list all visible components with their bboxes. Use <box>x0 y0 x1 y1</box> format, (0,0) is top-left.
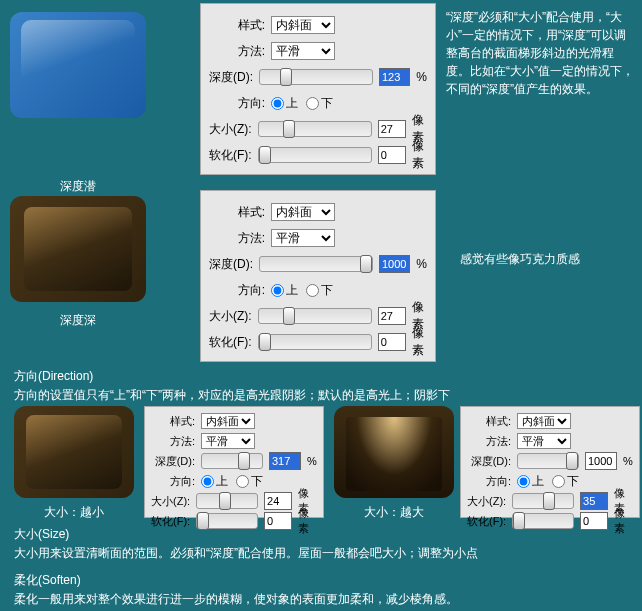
label-depth: 深度(D): <box>209 69 253 86</box>
heading-direction: 方向(Direction) <box>14 368 93 385</box>
label-method: 方法: <box>209 43 265 60</box>
radio-down[interactable]: 下 <box>236 473 263 490</box>
slider-depth[interactable] <box>259 69 373 85</box>
label-dir: 方向: <box>209 282 265 299</box>
radio-down[interactable]: 下 <box>306 95 333 112</box>
input-depth[interactable] <box>379 68 410 86</box>
select-method[interactable]: 平滑 <box>201 433 255 449</box>
label-dir: 方向: <box>467 474 511 489</box>
heading-size: 大小(Size) <box>14 526 69 543</box>
radio-up[interactable]: 上 <box>517 473 544 490</box>
desc-size: 大小用来设置清晰面的范围。必须和“深度”配合使用。屋面一般都会吧大小；调整为小点 <box>14 544 628 563</box>
bevel-panel-c: 样式:内斜面 方法:平滑 深度(D):% 方向:上下 大小(Z):像素 软化(F… <box>144 406 324 518</box>
example-blue-deep-low <box>10 12 146 118</box>
label-depth: 深度(D): <box>209 256 253 273</box>
bevel-panel-a: 样式:内斜面 方法:平滑 深度(D):% 方向:上下 大小(Z):像素 软化(F… <box>200 3 436 175</box>
slider-depth[interactable] <box>259 256 373 272</box>
label-size: 大小(Z): <box>151 494 190 509</box>
slider-size[interactable] <box>258 121 372 137</box>
select-style[interactable]: 内斜面 <box>271 16 335 34</box>
label-method: 方法: <box>151 434 195 449</box>
slider-size[interactable] <box>512 493 574 509</box>
caption-c: 大小：越小 <box>14 504 134 521</box>
input-depth[interactable] <box>585 452 617 470</box>
slider-soft[interactable] <box>258 334 372 350</box>
note-a: “深度”必须和“大小”配合使用，“大小”一定的情况下，用“深度”可以调整高台的截… <box>446 8 636 98</box>
input-soft[interactable] <box>378 333 406 351</box>
label-size: 大小(Z): <box>209 121 252 138</box>
note-b: 感觉有些像巧克力质感 <box>460 250 630 268</box>
slider-size[interactable] <box>196 493 258 509</box>
input-soft[interactable] <box>580 512 608 530</box>
label-size: 大小(Z): <box>209 308 252 325</box>
label-depth: 深度(D): <box>151 454 195 469</box>
select-method[interactable]: 平滑 <box>271 229 335 247</box>
label-depth: 深度(D): <box>467 454 511 469</box>
input-soft[interactable] <box>378 146 406 164</box>
example-size-large <box>334 406 454 498</box>
label-soft: 软化(F): <box>467 514 506 529</box>
unit-soft: 像素 <box>412 325 428 359</box>
caption-b: 深度深 <box>10 312 146 329</box>
slider-soft[interactable] <box>196 513 258 529</box>
unit-soft: 像素 <box>298 506 317 536</box>
slider-soft[interactable] <box>512 513 574 529</box>
bevel-panel-d: 样式:内斜面 方法:平滑 深度(D):% 方向:上下 大小(Z):像素 软化(F… <box>460 406 640 518</box>
unit-depth: % <box>416 257 427 271</box>
label-style: 样式: <box>151 414 195 429</box>
select-style[interactable]: 内斜面 <box>517 413 571 429</box>
slider-depth[interactable] <box>201 453 263 469</box>
input-depth[interactable] <box>379 255 410 273</box>
heading-soften: 柔化(Soften) <box>14 572 81 589</box>
slider-depth[interactable] <box>517 453 579 469</box>
select-style[interactable]: 内斜面 <box>201 413 255 429</box>
input-depth[interactable] <box>269 452 301 470</box>
label-soft: 软化(F): <box>151 514 190 529</box>
input-size[interactable] <box>264 492 292 510</box>
radio-up[interactable]: 上 <box>271 95 298 112</box>
label-soft: 软化(F): <box>209 147 252 164</box>
radio-down[interactable]: 下 <box>552 473 579 490</box>
radio-down[interactable]: 下 <box>306 282 333 299</box>
radio-up[interactable]: 上 <box>201 473 228 490</box>
unit-soft: 像素 <box>412 138 428 172</box>
unit-soft: 像素 <box>614 506 633 536</box>
slider-size[interactable] <box>258 308 372 324</box>
label-method: 方法: <box>467 434 511 449</box>
bevel-panel-b: 样式:内斜面 方法:平滑 深度(D):% 方向:上下 大小(Z):像素 软化(F… <box>200 190 436 362</box>
label-soft: 软化(F): <box>209 334 252 351</box>
unit-depth: % <box>623 455 633 467</box>
label-dir: 方向: <box>151 474 195 489</box>
input-size[interactable] <box>378 307 406 325</box>
label-style: 样式: <box>209 204 265 221</box>
slider-soft[interactable] <box>258 147 372 163</box>
input-size[interactable] <box>580 492 608 510</box>
unit-depth: % <box>307 455 317 467</box>
label-size: 大小(Z): <box>467 494 506 509</box>
label-style: 样式: <box>209 17 265 34</box>
unit-depth: % <box>416 70 427 84</box>
select-method[interactable]: 平滑 <box>517 433 571 449</box>
label-method: 方法: <box>209 230 265 247</box>
radio-up[interactable]: 上 <box>271 282 298 299</box>
label-style: 样式: <box>467 414 511 429</box>
example-brown-deep-high <box>10 196 146 302</box>
select-style[interactable]: 内斜面 <box>271 203 335 221</box>
desc-soften: 柔化一般用来对整个效果进行进一步的模糊，使对象的表面更加柔和，减少棱角感。 <box>14 590 628 609</box>
label-dir: 方向: <box>209 95 265 112</box>
caption-a: 深度潜 <box>10 178 146 195</box>
caption-d: 大小：越大 <box>334 504 454 521</box>
input-size[interactable] <box>378 120 406 138</box>
example-size-small <box>14 406 134 498</box>
input-soft[interactable] <box>264 512 292 530</box>
select-method[interactable]: 平滑 <box>271 42 335 60</box>
desc-direction: 方向的设置值只有“上”和“下”两种，对应的是高光跟阴影；默认的是高光上；阴影下 <box>14 386 624 405</box>
